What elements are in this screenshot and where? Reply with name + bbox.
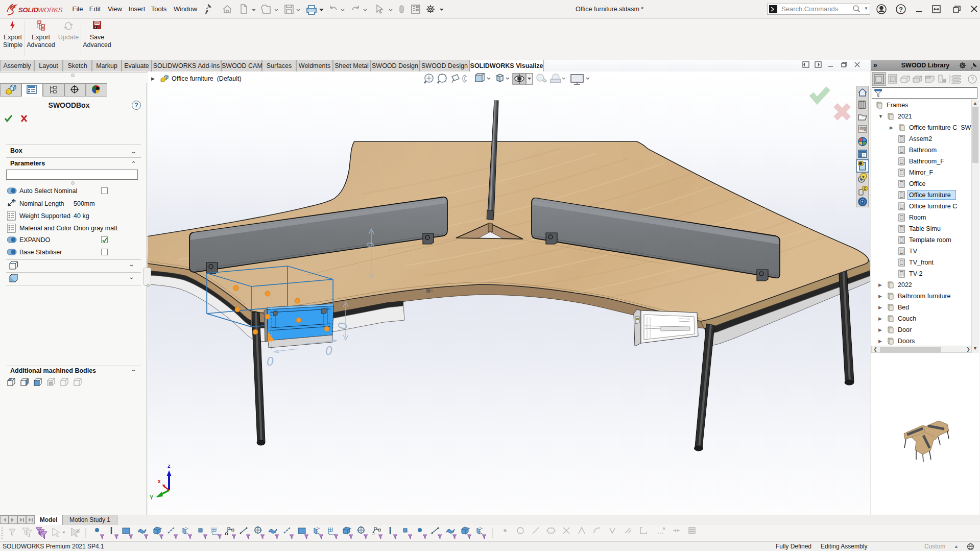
- svg-text:0: 0: [267, 354, 274, 368]
- svg-text:SOLID: SOLID: [18, 6, 39, 14]
- svg-text:z: z: [168, 463, 171, 469]
- svg-text:0: 0: [366, 243, 376, 248]
- svg-text:Y: Y: [150, 494, 154, 500]
- svg-text:0: 0: [325, 344, 332, 357]
- svg-text:?: ?: [899, 6, 903, 13]
- svg-text:WORKS: WORKS: [38, 6, 63, 14]
- svg-text:x: x: [158, 478, 161, 484]
- svg-text:0: 0: [336, 322, 349, 329]
- svg-text:C: C: [864, 187, 866, 190]
- svg-text:?: ?: [971, 76, 974, 82]
- svg-text:▩o: ▩o: [426, 288, 433, 293]
